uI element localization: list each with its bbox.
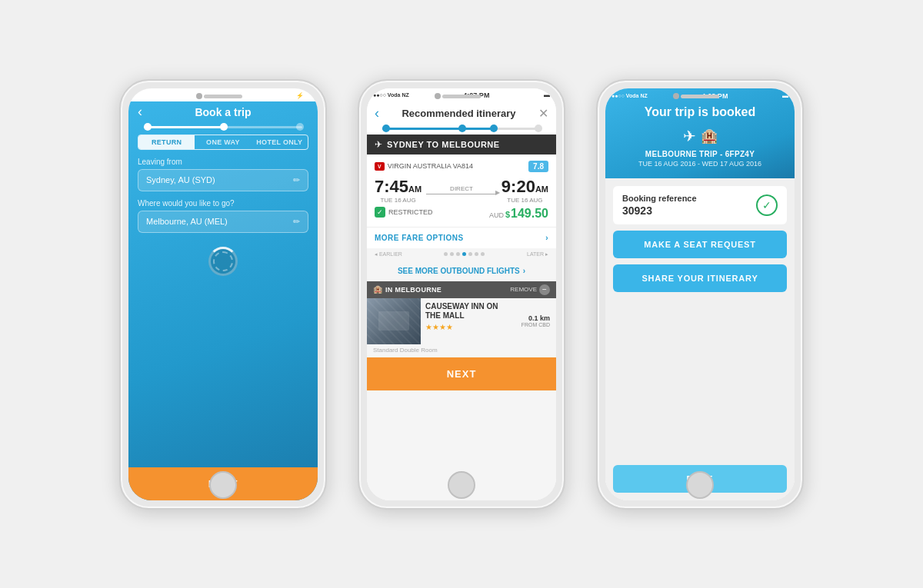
edit-icon-leaving: ✏ — [293, 175, 300, 185]
hotel-header: 🏨 IN MELBOURNE REMOVE − — [367, 281, 556, 298]
progress-bar-1 — [128, 125, 318, 135]
see-more-flights-button[interactable]: SEE MORE OUTBOUND FLIGHTS › — [367, 261, 556, 281]
earlier-label[interactable]: ◂ EARLIER — [375, 251, 402, 257]
back-button-2[interactable]: ‹ — [375, 105, 379, 121]
itinerary-content: ✈ SYDNEY TO MELBOURNE V VIRGIN AUSTRALIA… — [367, 135, 556, 500]
booking-body: Booking reference 30923 ✓ MAKE A SEAT RE… — [605, 178, 795, 500]
later-label[interactable]: LATER ▸ — [527, 251, 548, 257]
price-symbol: $ — [505, 210, 510, 219]
leaving-from-input[interactable]: Sydney, AU (SYD) ✏ — [138, 169, 308, 191]
hotel-dist-label: FROM CBD — [521, 322, 550, 327]
phone-3: ●●○○ Voda NZ 4:08 PM ▬ Your trip is book… — [596, 79, 804, 510]
plane-icon-3: ✈ — [683, 127, 696, 145]
seat-request-button[interactable]: MAKE A SEAT REQUEST — [613, 231, 787, 258]
airline-row: V VIRGIN AUSTRALIA VA814 7.8 — [375, 161, 548, 172]
back-button-1[interactable]: ‹ — [138, 104, 142, 120]
edit-icon-going: ✏ — [293, 217, 300, 227]
booking-ref-card: Booking reference 30923 ✓ — [613, 186, 787, 224]
chevron-right-icon: › — [545, 234, 548, 242]
price-restricted-row: ✓ RESTRICTED AUD $ 149.50 — [375, 207, 548, 221]
trip-dates: TUE 16 AUG 2016 - WED 17 AUG 2016 — [638, 160, 761, 168]
times-row: 7:45AM TUE 16 AUG DIRECT 9:20AM TUE 16 A… — [375, 177, 548, 204]
direct-arrow: DIRECT — [422, 185, 501, 195]
phone-2-speaker — [442, 95, 481, 98]
dot-7 — [481, 252, 485, 256]
phone-2-home-button[interactable] — [448, 471, 475, 499]
booking-top-section: Your trip is booked ✈ 🏨 MELBOURNE TRIP -… — [605, 88, 795, 178]
battery-icon-1: ▬ — [305, 92, 312, 99]
more-fares-label: MORE FARE OPTIONS — [375, 234, 464, 242]
battery-icon-2: ▬ — [544, 91, 550, 98]
going-to-input[interactable]: Melbourne, AU (MEL) ✏ — [138, 211, 308, 233]
restricted-text: RESTRICTED — [388, 208, 433, 216]
hotel-thumbnail — [367, 298, 421, 344]
phone-3-speaker — [681, 95, 719, 98]
phone-1-home-button[interactable] — [209, 471, 237, 499]
wifi-icon-1: ▲ — [172, 92, 178, 99]
hotel-stars: ★★★★ — [425, 323, 511, 331]
bluetooth-icon-1: ⚡ — [296, 92, 304, 99]
airline-name: VIRGIN AUSTRALIA VA814 — [388, 162, 473, 170]
carrier-text-3: ●●○○ Voda NZ — [611, 93, 648, 98]
itinerary-header: ‹ Recommended itinerary ✕ — [367, 101, 556, 126]
airline-logo: V VIRGIN AUSTRALIA VA814 — [375, 162, 473, 171]
tab-return[interactable]: RETURN — [138, 135, 195, 149]
flight-card: ✈ SYDNEY TO MELBOURNE V VIRGIN AUSTRALIA… — [367, 135, 556, 248]
hotel-section: 🏨 IN MELBOURNE REMOVE − — [367, 281, 556, 357]
arrive-suffix: AM — [535, 184, 548, 194]
phone-3-home-button[interactable] — [686, 471, 714, 499]
flight-detail: V VIRGIN AUSTRALIA VA814 7.8 7:45AM TUE … — [367, 154, 556, 227]
share-itinerary-button[interactable]: SHARE YOUR ITINERARY — [613, 264, 787, 292]
progress-bar-2 — [367, 126, 556, 135]
phone-1-speaker — [204, 95, 242, 98]
depart-time-value: 7:45 — [375, 177, 408, 196]
tab-hotel-only[interactable]: HOTEL ONLY — [252, 135, 308, 149]
hotel-room-type: Standard Double Room — [367, 344, 556, 357]
currency-label: AUD — [489, 211, 504, 219]
booking-ref-label: Booking reference — [622, 194, 697, 203]
dot-4-active — [462, 252, 466, 256]
arrive-date: TUE 16 AUG — [501, 197, 548, 204]
flight-route-header: ✈ SYDNEY TO MELBOURNE — [367, 135, 556, 154]
next-button-2[interactable]: NEXT — [367, 357, 556, 390]
page-title-1: Book a trip — [195, 106, 251, 118]
going-to-label: Where would you like to go? — [138, 199, 308, 208]
direct-label: DIRECT — [450, 185, 473, 192]
itinerary-title: Recommended itinerary — [402, 108, 515, 119]
booking-confirmed-icon: ✓ — [756, 194, 778, 216]
restricted-row: ✓ RESTRICTED — [375, 207, 433, 218]
booking-title: Your trip is booked — [645, 105, 756, 119]
hotel-icon-3: 🏨 — [701, 128, 718, 145]
battery-icon-3: ▬ — [782, 92, 788, 99]
leaving-from-value: Sydney, AU (SYD) — [146, 175, 215, 184]
price-row: AUD $ 149.50 — [489, 207, 548, 221]
remove-label: REMOVE — [510, 286, 537, 293]
booking-ref-left: Booking reference 30923 — [622, 194, 697, 217]
tab-one-way[interactable]: ONE WAY — [195, 135, 251, 149]
depart-suffix: AM — [408, 184, 422, 194]
status-right-2: ▬ — [544, 91, 550, 98]
flight-route: SYDNEY TO MELBOURNE — [387, 140, 500, 149]
more-fares-button[interactable]: MORE FARE OPTIONS › — [367, 227, 556, 248]
hotel-details: CAUSEWAY INN ON THE MALL ★★★★ — [421, 298, 515, 344]
plane-icon: ✈ — [375, 139, 382, 150]
trip-icons: ✈ 🏨 — [683, 127, 718, 145]
close-button-2[interactable]: ✕ — [538, 106, 548, 121]
status-carrier-2: ●●○○ Voda NZ — [373, 92, 409, 98]
depart-date: TUE 16 AUG — [375, 197, 422, 204]
loading-spinner — [128, 247, 318, 276]
depart-time: 7:45AM TUE 16 AUG — [375, 177, 422, 204]
page-dots — [444, 252, 485, 256]
arrive-time: 9:20AM TUE 16 AUG — [501, 177, 548, 204]
phone-1-camera — [196, 93, 202, 99]
dot-1 — [444, 252, 448, 256]
pagination-row: ◂ EARLIER LATER ▸ — [367, 248, 556, 261]
hotel-location: 🏨 IN MELBOURNE — [373, 285, 442, 294]
see-more-label: SEE MORE OUTBOUND FLIGHTS — [398, 267, 520, 275]
phone-1: ●●○○ Voda NZ ▲ 4:05 PM ⚡ ▬ ‹ Book a trip — [119, 79, 327, 510]
remove-circle-icon: − — [539, 284, 550, 295]
hotel-icon: 🏨 — [373, 285, 382, 294]
hotel-body: CAUSEWAY INN ON THE MALL ★★★★ 0.1 km FRO… — [367, 298, 556, 344]
arrive-time-value: 9:20 — [501, 177, 535, 196]
remove-button[interactable]: REMOVE − — [510, 284, 550, 295]
